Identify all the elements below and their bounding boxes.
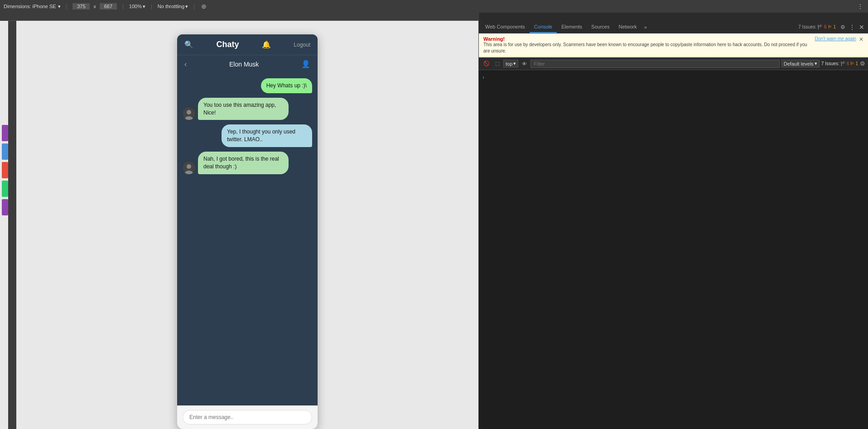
svg-point-1 bbox=[187, 110, 191, 114]
issues-yellow-count: 🏳 1 bbox=[828, 24, 836, 29]
inspect-icon: ⬚ bbox=[495, 61, 500, 67]
device-selector[interactable]: Dimensions: iPhone SE ▾ bbox=[4, 4, 61, 10]
warning-close-button[interactable]: ✕ bbox=[859, 36, 863, 43]
throttle-label: No throttling bbox=[158, 4, 184, 9]
tab-sources[interactable]: Sources bbox=[587, 21, 614, 33]
back-button[interactable]: ‹ bbox=[184, 60, 187, 68]
yellow-issues-icon: 🏳 bbox=[850, 61, 854, 66]
yellow-issues-count: 1 bbox=[855, 61, 858, 66]
width-input-wrapper bbox=[72, 3, 90, 10]
issues-red-count: 🏴 6 bbox=[817, 24, 826, 29]
height-input[interactable] bbox=[100, 3, 117, 10]
tab-console[interactable]: Console bbox=[530, 21, 557, 33]
message-text: Yep, I thought you only used twitter. LM… bbox=[227, 129, 295, 143]
log-levels-selector[interactable]: Default levels ▾ bbox=[781, 60, 820, 67]
app-header: 🔍 Chaty 🔔 Logout bbox=[177, 34, 318, 55]
warning-bar: Warning! This area is for use by develop… bbox=[479, 33, 868, 57]
devtools-settings-icon[interactable]: ⚙ bbox=[839, 24, 847, 30]
warning-dismiss-link[interactable]: Don't warn me again bbox=[815, 36, 856, 41]
device-label: Dimensions: iPhone SE bbox=[4, 4, 56, 9]
tab-network[interactable]: Network bbox=[614, 21, 641, 33]
chat-header: ‹ Elon Musk 👤 bbox=[177, 55, 318, 73]
chat-input-area bbox=[177, 405, 318, 429]
levels-chevron-icon: ▾ bbox=[815, 61, 817, 67]
issues-badge: 7 Issues: 🏴 6 🏳 1 bbox=[796, 24, 839, 29]
sidebar-dot-blue[interactable] bbox=[2, 143, 8, 160]
chat-messages-area: Hey Whats up :)\ You too use this amazin… bbox=[177, 73, 318, 405]
browser-toolbar: Dimensions: iPhone SE ▾ | x | 100% ▾ | N… bbox=[0, 0, 868, 13]
console-issues-count: 7 Issues: 🏴 6 🏳 1 bbox=[821, 61, 858, 66]
toolbar-separator: | bbox=[66, 4, 68, 9]
eye-button[interactable]: 👁 bbox=[520, 60, 529, 67]
console-content-area: › bbox=[479, 70, 868, 429]
warning-content: Warning! This area is for use by develop… bbox=[483, 36, 812, 54]
more-tabs-button[interactable]: » bbox=[641, 24, 650, 30]
ruler-horizontal bbox=[8, 13, 478, 21]
devtools-panel: Web Components Console Elements Sources … bbox=[478, 21, 868, 429]
browser-page-area: 🔍 Chaty 🔔 Logout ‹ Elon Musk 👤 Hey Whats… bbox=[16, 21, 478, 429]
message-row: You too use this amazing app, Nice! bbox=[183, 98, 312, 120]
top-frame-chevron-icon: ▾ bbox=[513, 61, 516, 67]
logout-button[interactable]: Logout bbox=[294, 42, 310, 48]
svg-point-4 bbox=[187, 164, 191, 169]
top-frame-selector[interactable]: top ▾ bbox=[503, 60, 518, 67]
message-text: Hey Whats up :)\ bbox=[266, 82, 307, 89]
message-bubble-sent2: Yep, I thought you only used twitter. LM… bbox=[222, 124, 312, 147]
console-toolbar: 🚫 ⬚ top ▾ 👁 Default levels ▾ 7 Issues: 🏴… bbox=[479, 57, 868, 70]
profile-icon[interactable]: 👤 bbox=[301, 60, 310, 68]
search-icon[interactable]: 🔍 bbox=[184, 40, 193, 49]
message-row: Yep, I thought you only used twitter. LM… bbox=[183, 124, 312, 147]
throttle-chevron-icon: ▾ bbox=[185, 4, 188, 10]
tab-elements[interactable]: Elements bbox=[557, 21, 587, 33]
avatar bbox=[183, 162, 195, 174]
zoom-selector[interactable]: 100% ▾ bbox=[129, 4, 145, 10]
devtools-tabs-bar: Web Components Console Elements Sources … bbox=[479, 21, 868, 33]
message-row: Hey Whats up :)\ bbox=[183, 78, 312, 93]
message-bubble-sent: Hey Whats up :)\ bbox=[261, 78, 312, 93]
message-bubble-received: You too use this amazing app, Nice! bbox=[198, 98, 289, 120]
console-prompt-chevron[interactable]: › bbox=[482, 74, 484, 81]
message-bubble-received2: Nah, I got bored, this is the real deal … bbox=[198, 152, 289, 174]
phone-mockup: 🔍 Chaty 🔔 Logout ‹ Elon Musk 👤 Hey Whats… bbox=[177, 34, 318, 429]
toolbar-separator3: | bbox=[151, 4, 152, 9]
sidebar-dot-green[interactable] bbox=[2, 181, 8, 197]
message-text: You too use this amazing app, Nice! bbox=[203, 102, 276, 116]
devtools-more-icon[interactable]: ⋮ bbox=[847, 24, 857, 31]
sidebar-dot-purple2[interactable] bbox=[2, 199, 8, 215]
device-chevron-icon: ▾ bbox=[58, 4, 61, 10]
top-frame-label: top bbox=[506, 61, 512, 67]
tab-web-components[interactable]: Web Components bbox=[481, 21, 530, 33]
red-issues-count: 6 bbox=[847, 61, 849, 66]
devtools-close-button[interactable]: ✕ bbox=[857, 24, 866, 31]
toolbar-separator2: | bbox=[122, 4, 124, 9]
chat-contact-name: Elon Musk bbox=[229, 61, 259, 68]
message-text: Nah, I got bored, this is the real deal … bbox=[203, 156, 279, 170]
warning-body: This area is for use by developers only.… bbox=[483, 42, 812, 54]
app-title: Chaty bbox=[216, 40, 239, 49]
clear-console-button[interactable]: 🚫 bbox=[482, 60, 492, 67]
more-options-icon[interactable]: ⋮ bbox=[856, 2, 864, 11]
ruler-vertical bbox=[8, 21, 16, 429]
red-issues-icon: 🏴 bbox=[840, 61, 846, 66]
log-levels-label: Default levels bbox=[784, 61, 814, 67]
console-filter-input[interactable] bbox=[530, 60, 780, 68]
bell-icon[interactable]: 🔔 bbox=[262, 40, 271, 49]
warning-title: Warning! bbox=[483, 36, 812, 42]
sidebar-dot-purple[interactable] bbox=[2, 125, 8, 141]
zoom-chevron-icon: ▾ bbox=[143, 4, 145, 10]
inspect-toggle-button[interactable]: ⬚ bbox=[493, 60, 502, 67]
dim-x-sep: x bbox=[93, 4, 96, 9]
width-input[interactable] bbox=[72, 3, 90, 10]
clear-icon: 🚫 bbox=[483, 61, 490, 67]
message-input[interactable] bbox=[183, 410, 312, 424]
message-row: Nah, I got bored, this is the real deal … bbox=[183, 152, 312, 174]
console-settings-icon[interactable]: ⚙ bbox=[860, 60, 865, 67]
eye-icon: 👁 bbox=[522, 61, 527, 67]
toolbar-separator4: | bbox=[193, 4, 195, 9]
throttle-selector[interactable]: No throttling ▾ bbox=[158, 4, 188, 10]
left-sidebar bbox=[0, 21, 8, 429]
location-icon[interactable]: ⊕ bbox=[200, 2, 207, 11]
zoom-label: 100% bbox=[129, 4, 142, 9]
sidebar-dot-red[interactable] bbox=[2, 162, 8, 178]
avatar bbox=[183, 107, 195, 120]
